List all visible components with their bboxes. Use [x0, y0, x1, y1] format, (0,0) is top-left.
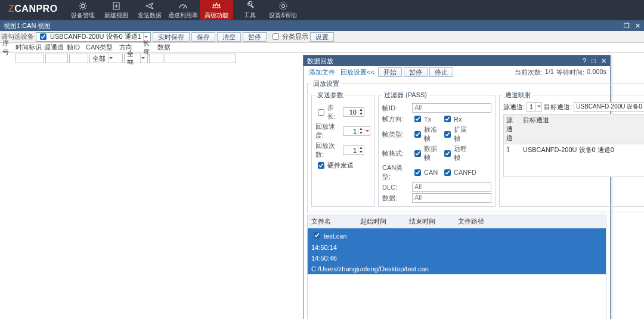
settings-button[interactable]: 设置 [310, 32, 334, 42]
settings-icon [278, 1, 288, 11]
filter-time-input[interactable] [16, 54, 44, 63]
top-nav: ZCANPRO 设备管理 新建视图 发送数据 通道利用率 高级功能 工具 设 [0, 0, 644, 20]
main-menu: 设备管理 新建视图 发送数据 通道利用率 高级功能 工具 设置&帮助 [66, 0, 300, 20]
svg-point-2 [281, 5, 284, 8]
filter-data-input[interactable] [165, 54, 236, 63]
pause-button[interactable]: 暂停 [243, 32, 267, 42]
restore-icon[interactable]: ❐ [624, 22, 630, 29]
group-display-checkbox[interactable]: 分类显示 [270, 32, 308, 42]
filter-cantype-select[interactable]: 全部 [89, 54, 123, 63]
dialog-title-bar[interactable]: 数据回放 ? □ ✕ [304, 55, 610, 64]
replay-dialog: 数据回放 ? □ ✕ 添加文件 回放设置<< 开始 暂停 停止 当前次数: 1/… [303, 55, 611, 64]
col-can-type[interactable]: CAN类型 [85, 43, 118, 52]
menu-advanced[interactable]: 高级功能 [200, 0, 233, 20]
close-icon[interactable]: ✕ [635, 22, 640, 29]
send-icon [145, 1, 154, 11]
filter-fid-input[interactable] [69, 54, 88, 63]
menu-channel-usage[interactable]: 通道利用率 [166, 0, 200, 20]
menu-tools[interactable]: 工具 [233, 0, 267, 20]
save-button[interactable]: 保存 [191, 32, 215, 42]
view-toolbar: 请勾选设备 USBCANFD-200U 设备0 通道1 实时保存 保存 清空 暂… [0, 31, 644, 43]
live-save-button[interactable]: 实时保存 [153, 32, 190, 42]
maximize-icon[interactable]: □ [592, 57, 596, 64]
device-value: USBCANFD-200U 设备0 通道1 [50, 32, 141, 41]
window-buttons: ❐ ✕ [620, 20, 640, 31]
crown-icon [212, 1, 221, 11]
view-title-bar: 视图1:CAN 视图 ❐ ✕ [0, 20, 644, 31]
col-data[interactable]: 数据 [156, 43, 192, 52]
gear-icon [78, 1, 88, 11]
filter-dir-select[interactable]: 全部 [124, 54, 148, 63]
filter-srcch-input[interactable] [45, 54, 68, 63]
device-select[interactable]: USBCANFD-200U 设备0 通道1 [36, 32, 151, 42]
device-checkbox[interactable] [40, 33, 47, 40]
filter-len-input[interactable] [149, 54, 163, 63]
menu-settings-help[interactable]: 设置&帮助 [267, 0, 300, 20]
col-frame-id[interactable]: 帧ID [66, 43, 85, 52]
grid-header: 序号 时间标识 源通道 帧ID CAN类型 方向 长度 数据 [0, 43, 644, 52]
svg-point-0 [81, 4, 85, 8]
help-icon[interactable]: ? [583, 57, 586, 64]
menu-device-management[interactable]: 设备管理 [66, 0, 100, 20]
dialog-title: 数据回放 [307, 55, 333, 64]
view-title: 视图1:CAN 视图 [4, 20, 51, 31]
gauge-icon [178, 1, 188, 11]
clear-button[interactable]: 清空 [217, 32, 241, 42]
col-time[interactable]: 时间标识 [14, 43, 43, 52]
col-source-channel[interactable]: 源通道 [43, 43, 66, 52]
col-seq[interactable]: 序号 [1, 39, 14, 57]
close-dialog-icon[interactable]: ✕ [601, 57, 606, 64]
document-plus-icon [112, 1, 121, 11]
brand-logo: ZCANPRO [0, 0, 66, 18]
svg-point-3 [280, 2, 287, 10]
menu-new-view[interactable]: 新建视图 [100, 0, 133, 20]
wrench-icon [245, 1, 255, 11]
menu-send-data[interactable]: 发送数据 [133, 0, 166, 20]
